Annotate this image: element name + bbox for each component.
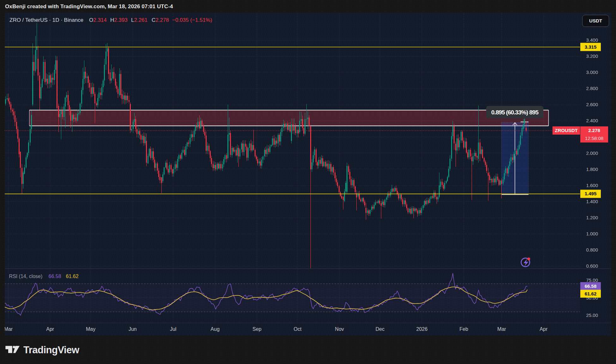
svg-text:Jun: Jun	[129, 326, 137, 332]
svg-text:2.800: 2.800	[586, 86, 598, 91]
svg-text:ZRO / TetherUS · 1D · BinanceO: ZRO / TetherUS · 1D · BinanceO2.314H2.39…	[9, 17, 212, 23]
svg-text:Apr: Apr	[540, 326, 548, 332]
svg-text:3.200: 3.200	[586, 53, 598, 59]
svg-text:1.495: 1.495	[585, 191, 597, 196]
svg-text:66.58: 66.58	[585, 283, 597, 289]
svg-text:0.800: 0.800	[586, 247, 598, 252]
svg-text:75.00: 75.00	[586, 277, 598, 283]
svg-text:2.278: 2.278	[588, 128, 600, 133]
svg-text:Jul: Jul	[170, 326, 176, 332]
svg-text:0.600: 0.600	[586, 263, 598, 269]
svg-text:3.315: 3.315	[585, 44, 597, 50]
svg-text:1.600: 1.600	[586, 183, 598, 188]
svg-text:Feb: Feb	[460, 326, 468, 332]
svg-text:Aug: Aug	[211, 326, 220, 332]
svg-text:May: May	[86, 326, 95, 332]
svg-text:Mar: Mar	[497, 326, 506, 332]
svg-text:Apr: Apr	[46, 326, 54, 332]
svg-text:2026: 2026	[416, 326, 428, 332]
svg-text:2.000: 2.000	[586, 150, 598, 156]
svg-text:61.62: 61.62	[585, 291, 597, 296]
svg-text:25.00: 25.00	[586, 312, 598, 318]
svg-text:1.000: 1.000	[586, 231, 598, 236]
svg-text:Oct: Oct	[293, 326, 301, 332]
svg-text:3.400: 3.400	[586, 37, 598, 43]
svg-text:1.400: 1.400	[586, 199, 598, 204]
svg-text:Mar: Mar	[5, 326, 13, 332]
svg-text:12:58:08: 12:58:08	[585, 136, 603, 141]
svg-text:2.600: 2.600	[586, 102, 598, 107]
svg-text:TradingView: TradingView	[23, 344, 80, 355]
svg-text:2.400: 2.400	[586, 118, 598, 123]
svg-text:3.000: 3.000	[586, 70, 598, 75]
svg-text:Nov: Nov	[335, 326, 344, 332]
svg-text:0.895 (60.33%) 895: 0.895 (60.33%) 895	[491, 109, 539, 116]
svg-text:ZROUSDT: ZROUSDT	[555, 128, 578, 133]
svg-text:Dec: Dec	[376, 326, 384, 332]
svg-text:1.800: 1.800	[586, 167, 598, 172]
svg-text:1.200: 1.200	[586, 215, 598, 220]
svg-text:Sep: Sep	[252, 326, 262, 332]
svg-text:RSI (14, close)66.5861.62: RSI (14, close)66.5861.62	[9, 274, 79, 279]
